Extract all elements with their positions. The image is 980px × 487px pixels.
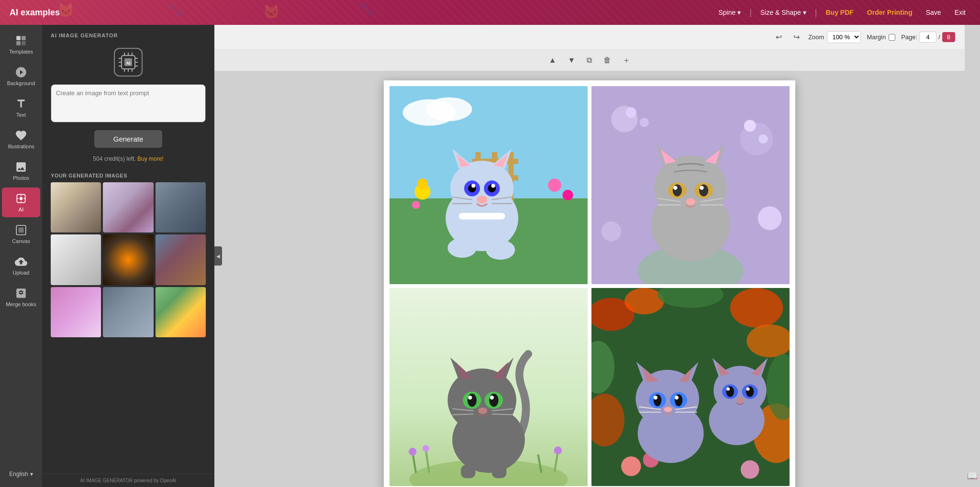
canvas-toolbar: ↩ ↪ Zoom 100 % 75 % 50 % 125 % 150 % Mar… <box>214 25 965 50</box>
cat-svg-3 <box>390 288 588 486</box>
sidebar-item-photos[interactable]: Photos <box>2 156 40 186</box>
generate-button[interactable]: Generate <box>94 130 163 148</box>
generated-image-2[interactable] <box>103 182 153 232</box>
illustrations-icon <box>15 129 27 142</box>
generated-images-grid <box>42 182 214 337</box>
svg-point-41 <box>450 161 513 216</box>
page-label: Page: <box>901 33 917 41</box>
duplicate-button[interactable]: ⧉ <box>583 54 596 66</box>
svg-point-105 <box>489 394 498 407</box>
sidebar-label-background: Background <box>7 80 35 86</box>
svg-point-63 <box>758 206 782 230</box>
prompt-textarea[interactable] <box>51 84 206 122</box>
svg-rect-1 <box>22 36 26 40</box>
svg-line-112 <box>492 414 513 415</box>
delete-button[interactable]: 🗑 <box>600 54 615 66</box>
topbar-actions: Spine ▾ | Size & Shape ▾ | Buy PDF Order… <box>713 6 970 19</box>
canvas-image-3[interactable] <box>390 288 588 486</box>
sidebar-item-text[interactable]: Text <box>2 93 40 122</box>
spine-button[interactable]: Spine ▾ <box>713 6 746 19</box>
move-up-button[interactable]: ▲ <box>545 54 560 66</box>
ai-panel: AI IMAGE GENERATOR <box>42 25 214 487</box>
svg-line-110 <box>452 414 473 415</box>
margin-checkbox[interactable] <box>889 34 895 41</box>
canvas-image-2[interactable] <box>591 86 790 284</box>
ai-icon-container: AI <box>42 43 214 84</box>
svg-point-125 <box>621 456 641 476</box>
canvas-icon <box>15 224 27 236</box>
app-title: AI examples <box>10 8 60 18</box>
svg-point-36 <box>417 178 428 189</box>
panel-footer: AI IMAGE GENERATOR powered by OpenAI <box>42 474 214 487</box>
size-shape-button[interactable]: Size & Shape ▾ <box>756 6 811 19</box>
exit-button[interactable]: Exit <box>950 6 970 19</box>
sidebar-item-canvas[interactable]: Canvas <box>2 219 40 249</box>
svg-point-106 <box>468 396 472 399</box>
buy-more-link[interactable]: Buy more! <box>137 155 164 162</box>
merge-books-icon <box>15 287 27 299</box>
buy-pdf-button[interactable]: Buy PDF <box>821 6 858 19</box>
main-layout: Templates Background Text Illustrations <box>0 25 980 487</box>
zoom-control: Zoom 100 % 75 % 50 % 125 % 150 % <box>808 31 861 43</box>
svg-point-81 <box>700 186 703 189</box>
zoom-select[interactable]: 100 % 75 % 50 % 125 % 150 % <box>827 31 861 43</box>
generated-image-6[interactable] <box>156 234 206 285</box>
svg-rect-2 <box>16 41 21 45</box>
canvas-image-1[interactable] <box>390 86 588 284</box>
generated-image-4[interactable] <box>51 234 101 285</box>
sidebar-label-canvas: Canvas <box>12 238 30 244</box>
generated-image-1[interactable] <box>51 182 101 232</box>
topbar: 🐱 🐾 🐱 🐾 AI examples Spine ▾ | Size & Sha… <box>0 0 980 25</box>
generated-image-7[interactable] <box>51 287 101 337</box>
svg-point-65 <box>626 107 636 118</box>
book-icon[interactable]: 📖 <box>967 471 978 481</box>
deco-icon: 🐾 <box>359 1 376 17</box>
svg-point-95 <box>554 446 562 454</box>
order-printing-button[interactable]: Order Printing <box>862 6 917 19</box>
language-selector[interactable]: English ▾ <box>0 466 42 482</box>
add-button[interactable]: ＋ <box>619 54 634 67</box>
sidebar-item-templates[interactable]: Templates <box>2 30 40 59</box>
sidebar-item-ai[interactable]: AI <box>2 188 40 217</box>
page-input[interactable] <box>919 32 936 43</box>
canvas-image-4[interactable] <box>591 288 790 486</box>
svg-point-118 <box>730 288 783 328</box>
photos-icon <box>15 161 27 173</box>
generated-image-8[interactable] <box>103 287 153 337</box>
chevron-down-icon: ▾ <box>737 9 741 16</box>
svg-text:AI: AI <box>126 61 131 66</box>
sidebar-item-upload[interactable]: Upload <box>2 251 40 280</box>
cat-svg-4 <box>591 288 790 486</box>
sidebar-label-merge-books: Merge books <box>6 301 36 307</box>
chevron-down-icon: ▾ <box>30 471 33 477</box>
sidebar-item-illustrations[interactable]: Illustrations <box>2 124 40 154</box>
total-pages: 8 <box>942 32 955 42</box>
svg-point-93 <box>409 448 417 456</box>
svg-point-71 <box>654 155 727 221</box>
svg-point-139 <box>675 396 679 399</box>
chip-svg: AI <box>118 52 139 73</box>
generated-image-5[interactable] <box>103 234 153 285</box>
generated-image-3[interactable] <box>156 182 206 232</box>
sidebar-label-upload: Upload <box>13 270 30 276</box>
undo-button[interactable]: ↩ <box>773 31 785 44</box>
margin-label: Margin <box>867 33 886 41</box>
generated-image-9[interactable] <box>156 287 206 337</box>
sidebar-label-text: Text <box>16 112 26 118</box>
ai-icon <box>15 192 27 205</box>
svg-point-117 <box>624 288 664 314</box>
svg-point-64 <box>601 221 621 241</box>
templates-icon <box>15 34 27 47</box>
move-down-button[interactable]: ▼ <box>564 54 579 66</box>
redo-button[interactable]: ↪ <box>791 31 802 44</box>
svg-point-80 <box>673 186 677 189</box>
sidebar-item-background[interactable]: Background <box>2 61 40 91</box>
svg-rect-113 <box>461 465 475 478</box>
right-sidebar: 📖 <box>965 25 980 487</box>
svg-rect-3 <box>22 41 26 45</box>
collapse-panel-button[interactable]: ◀ <box>214 246 222 266</box>
svg-point-59 <box>486 240 515 260</box>
svg-point-127 <box>741 460 759 479</box>
save-button[interactable]: Save <box>921 6 946 19</box>
sidebar-item-merge-books[interactable]: Merge books <box>2 282 40 312</box>
